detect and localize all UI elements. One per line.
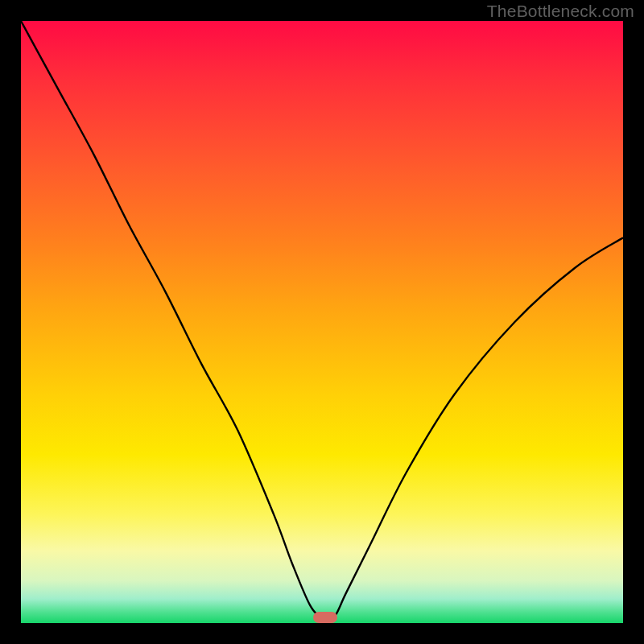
optimal-marker bbox=[313, 612, 337, 623]
bottleneck-curve bbox=[21, 21, 623, 623]
watermark-text: TheBottleneck.com bbox=[487, 2, 634, 21]
chart-frame: TheBottleneck.com bbox=[0, 0, 644, 644]
plot-area bbox=[21, 21, 623, 623]
curve-path bbox=[21, 21, 623, 619]
